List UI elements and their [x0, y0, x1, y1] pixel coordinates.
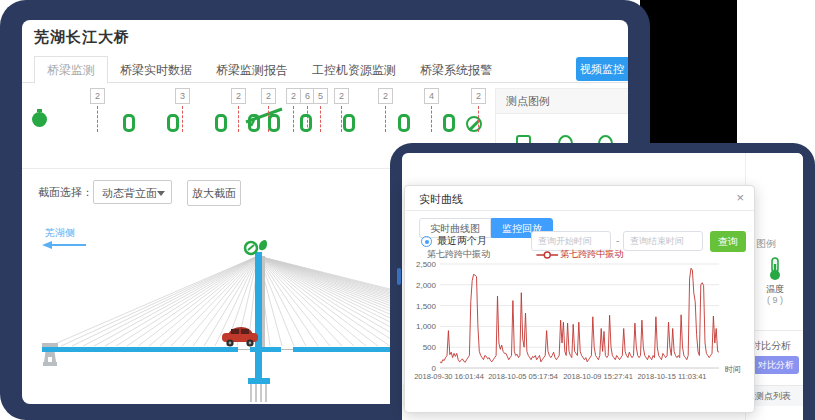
svg-text:2,500: 2,500: [416, 260, 437, 269]
tabs: 桥梁监测桥梁实时数据桥梁监测报告工控机资源监测桥梁系统报警: [22, 56, 628, 83]
sensor-line: [238, 106, 239, 132]
point-list-footer-label: 测点列表: [755, 390, 791, 403]
sensor-line: [97, 106, 98, 132]
sensor-count-badge: 2: [334, 88, 349, 104]
sensor-count-badge: 2: [471, 88, 486, 104]
svg-text:1,500: 1,500: [416, 302, 437, 311]
sensor-line: [385, 106, 386, 132]
sensor-line: [341, 106, 342, 132]
pier-piles: [251, 384, 266, 402]
svg-text:1,000: 1,000: [416, 322, 437, 331]
compare-analysis-button[interactable]: 对比分析: [753, 356, 799, 374]
svg-text:500: 500: [423, 343, 437, 352]
abutment: [42, 343, 58, 366]
sensor-strip: 23222652242: [22, 86, 492, 146]
sensor-count-badge: 2: [231, 88, 246, 104]
tab-2[interactable]: 桥梁实时数据: [108, 57, 204, 83]
svg-text:2018-10-09 15:27:41: 2018-10-09 15:27:41: [563, 372, 633, 381]
sensor-count-badge: 4: [424, 88, 439, 104]
tab-3[interactable]: 桥梁监测报告: [204, 57, 300, 83]
section-select-label: 截面选择：: [38, 185, 93, 200]
car: [222, 327, 258, 347]
sensor-line: [431, 106, 432, 132]
sensor-count-badge: 2: [90, 88, 105, 104]
sensor-count-badge: 2: [286, 88, 301, 104]
chain-sensor-icon[interactable]: [248, 114, 260, 132]
section-select-value: 动态背立面: [102, 187, 157, 199]
tower-top-sensor-icons: [245, 240, 267, 254]
svg-text:时间: 时间: [725, 365, 741, 374]
bridge-tower: [255, 252, 262, 380]
modal-header: 实时曲线 ×: [405, 186, 754, 211]
section-select-dropdown[interactable]: 动态背立面: [93, 180, 172, 204]
sensor-line: [182, 106, 183, 132]
chain-sensor-icon[interactable]: [443, 114, 455, 132]
video-monitor-button[interactable]: 视频监控: [576, 57, 628, 81]
svg-text:2018-10-15 11:03:41: 2018-10-15 11:03:41: [637, 372, 706, 381]
chain-sensor-icon[interactable]: [398, 114, 410, 132]
sensor-line: [320, 106, 321, 132]
svg-text:2018-09-30 16:01:44: 2018-09-30 16:01:44: [414, 372, 484, 381]
chain-sensor-icon[interactable]: [268, 114, 280, 132]
page-title: 芜湖长江大桥: [34, 28, 130, 47]
svg-text:2018-10-05 05:17:54: 2018-10-05 05:17:54: [488, 372, 558, 381]
bridge-side-label: 芜湖侧: [45, 226, 75, 240]
tab-1[interactable]: 桥梁监测: [34, 56, 108, 84]
legend-panel-title: 测点图例: [496, 89, 628, 114]
sidebar-legend-text: 图例: [756, 237, 776, 251]
chevron-down-icon: [157, 191, 165, 196]
svg-text:2,000: 2,000: [416, 281, 437, 290]
chain-sensor-icon[interactable]: [343, 114, 355, 132]
tab-5[interactable]: 桥梁系统报警: [408, 57, 504, 83]
range-separator: -: [616, 235, 619, 246]
close-icon[interactable]: ×: [736, 190, 744, 206]
thermometer-icon[interactable]: [769, 257, 781, 281]
black-background-region: [640, 0, 737, 143]
stopwatch-icon[interactable]: [32, 112, 47, 127]
pier-cap: [248, 378, 270, 384]
no-entry-icon[interactable]: [466, 116, 482, 132]
sensor-count-badge: 2: [261, 88, 276, 104]
chain-sensor-icon[interactable]: [215, 114, 227, 132]
realtime-curve-modal: 实时曲线 × 实时曲线图 监控回放 最近两个月 - 查询 第七跨跨中振动 第七跨…: [404, 185, 755, 413]
modal-title: 实时曲线: [419, 192, 463, 207]
sensor-count-badge: 5: [313, 88, 328, 104]
chain-sensor-icon[interactable]: [123, 114, 135, 132]
chain-sensor-icon[interactable]: [300, 114, 312, 132]
sensor-count-badge: 2: [378, 88, 393, 104]
sensor-line: [293, 106, 294, 132]
zoom-section-button[interactable]: 放大截面: [187, 180, 241, 206]
vibration-chart: 05001,0001,5002,0002,5002018-09-30 16:01…: [405, 246, 756, 414]
sensor-line: [478, 106, 479, 132]
popup-window: 图例 温度 ( 9 ) 对比分析 对比分析 测点列表 实时曲线 × 实时曲线图 …: [390, 143, 815, 420]
scrollbar-thumb[interactable]: [397, 268, 401, 285]
tab-4[interactable]: 工控机资源监测: [300, 57, 408, 83]
chain-sensor-icon[interactable]: [167, 114, 179, 132]
sensor-count-badge: 3: [175, 88, 190, 104]
